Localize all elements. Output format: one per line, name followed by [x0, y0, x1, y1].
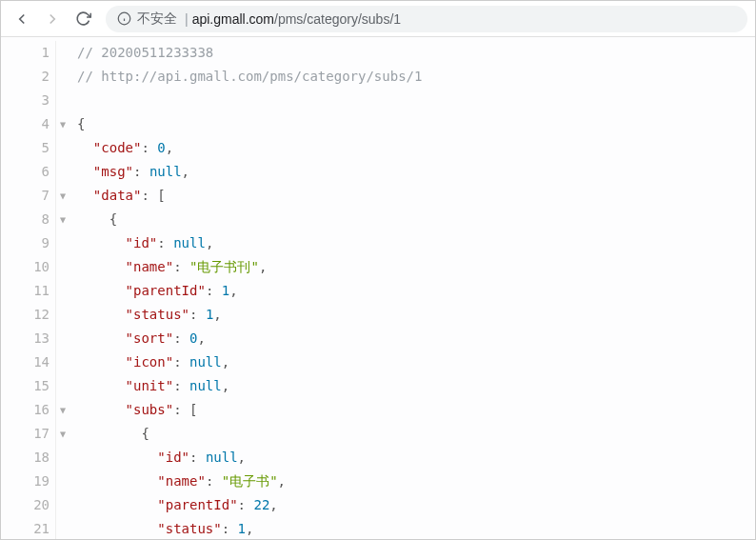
code-line: "data": [	[77, 184, 755, 208]
fold-spacer	[56, 89, 70, 112]
line-number: 12	[1, 303, 50, 327]
code-line: "subs": [	[77, 398, 755, 422]
fold-spacer	[56, 255, 70, 279]
fold-toggle-icon[interactable]: ▼	[56, 208, 70, 231]
code-line: // 20200511233338	[77, 41, 755, 65]
fold-spacer	[56, 493, 70, 517]
address-bar[interactable]: 不安全 | api.gmall.com/pms/category/subs/1	[106, 6, 747, 32]
line-number: 3	[1, 89, 50, 112]
code-line: "msg": null,	[77, 160, 755, 184]
line-number: 2	[1, 65, 50, 89]
fold-toggle-icon[interactable]: ▼	[56, 112, 70, 136]
code-line: "name": "电子书刊",	[77, 255, 755, 279]
line-number: 1	[1, 41, 50, 65]
line-number: 4	[1, 112, 50, 136]
line-number: 5	[1, 136, 50, 160]
fold-toggle-icon[interactable]: ▼	[56, 398, 70, 422]
code-line: "sort": 0,	[77, 327, 755, 350]
line-number: 18	[1, 446, 50, 470]
security-label: 不安全	[137, 10, 177, 28]
code-line: "unit": null,	[77, 374, 755, 398]
code-line: "id": null,	[77, 446, 755, 470]
line-number-gutter: 123456789101112131415161718192021	[1, 41, 56, 540]
line-number: 10	[1, 255, 50, 279]
fold-spacer	[56, 279, 70, 303]
line-number: 8	[1, 208, 50, 231]
code-line: "status": 1,	[77, 303, 755, 327]
line-number: 6	[1, 160, 50, 184]
line-number: 9	[1, 231, 50, 255]
code-line: "parentId": 22,	[77, 493, 755, 517]
fold-spacer	[56, 160, 70, 184]
fold-spacer	[56, 470, 70, 493]
back-button[interactable]	[9, 6, 35, 32]
line-number: 14	[1, 350, 50, 374]
code-line: {	[77, 422, 755, 446]
info-icon	[117, 11, 131, 26]
code-line: "name": "电子书",	[77, 470, 755, 493]
browser-toolbar: 不安全 | api.gmall.com/pms/category/subs/1	[1, 1, 755, 37]
code-line: {	[77, 112, 755, 136]
line-number: 20	[1, 493, 50, 517]
fold-spacer	[56, 350, 70, 374]
fold-spacer	[56, 65, 70, 89]
fold-spacer	[56, 517, 70, 540]
line-number: 19	[1, 470, 50, 493]
line-number: 7	[1, 184, 50, 208]
line-number: 15	[1, 374, 50, 398]
fold-spacer	[56, 327, 70, 350]
fold-spacer	[56, 136, 70, 160]
fold-spacer	[56, 231, 70, 255]
reload-button[interactable]	[70, 6, 96, 32]
line-number: 21	[1, 517, 50, 540]
code-line: "status": 1,	[77, 517, 755, 540]
code-line	[77, 89, 755, 112]
forward-button[interactable]	[39, 6, 66, 32]
fold-spacer	[56, 41, 70, 65]
code-line: "parentId": 1,	[77, 279, 755, 303]
address-divider: |	[185, 11, 189, 27]
line-number: 16	[1, 398, 50, 422]
code-line: "code": 0,	[77, 136, 755, 160]
json-viewer: 123456789101112131415161718192021 ▼▼▼▼▼ …	[1, 37, 755, 540]
code-line: // http://api.gmall.com/pms/category/sub…	[77, 65, 755, 89]
code-line: "id": null,	[77, 231, 755, 255]
line-number: 11	[1, 279, 50, 303]
fold-toggle-icon[interactable]: ▼	[56, 184, 70, 208]
fold-spacer	[56, 446, 70, 470]
url-host: api.gmall.com	[192, 11, 274, 27]
url-path: /pms/category/subs/1	[274, 11, 401, 27]
code-line: "icon": null,	[77, 350, 755, 374]
code-line: {	[77, 208, 755, 231]
line-number: 17	[1, 422, 50, 446]
fold-spacer	[56, 303, 70, 327]
fold-spacer	[56, 374, 70, 398]
code-area[interactable]: // 20200511233338// http://api.gmall.com…	[70, 41, 755, 540]
line-number: 13	[1, 327, 50, 350]
fold-toggle-icon[interactable]: ▼	[56, 422, 70, 446]
fold-gutter: ▼▼▼▼▼	[56, 41, 70, 540]
